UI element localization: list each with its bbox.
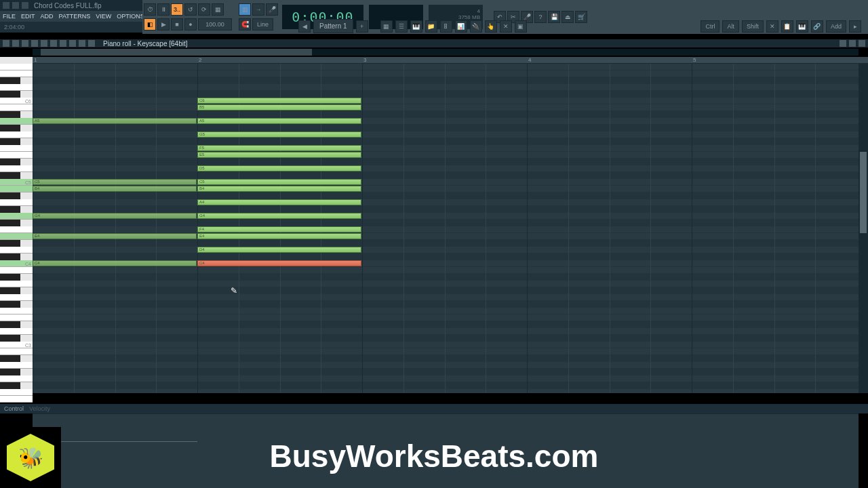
vertical-scrollbar-thumb[interactable] [860,152,867,233]
snap-value[interactable]: Line [252,18,273,30]
piano-key[interactable] [0,220,20,226]
menu-view[interactable]: VIEW [96,13,111,20]
pr-tool-zoom-icon[interactable] [69,40,76,47]
info-icon[interactable]: ? [534,11,547,23]
typing-close-icon[interactable]: ✕ [766,20,778,33]
piano-key[interactable] [0,348,33,355]
snap-alt[interactable]: Alt [722,20,739,33]
pattern-selector[interactable]: Pattern 1 [313,19,353,33]
piano-key[interactable] [0,118,33,125]
piano-key[interactable] [0,64,33,70]
midi-note[interactable]: C6 [197,98,361,104]
piano-key[interactable] [0,145,33,152]
pr-close-icon[interactable] [859,40,865,47]
midi-note[interactable]: B4 [33,186,197,192]
piano-key[interactable] [0,138,20,145]
piano-key[interactable]: C6 [0,98,33,104]
pattern-mode-button[interactable]: ◧ [144,18,156,30]
plugin-button[interactable]: 🔌 [470,20,482,33]
midi-note[interactable]: F5 [197,145,361,151]
midi-note[interactable]: G4 [33,213,197,219]
arrange-button[interactable]: ▣ [515,20,527,33]
piano-key[interactable] [0,77,20,84]
menu-edit[interactable]: EDIT [21,13,35,20]
piano-key[interactable] [0,281,33,287]
piano-key[interactable] [0,328,33,335]
horizontal-scrollbar[interactable] [33,49,859,56]
piano-key[interactable] [0,301,20,308]
piano-key[interactable] [0,355,20,362]
piano-key[interactable] [0,226,33,233]
piano-key[interactable] [0,213,33,220]
midi-note[interactable]: C5 [197,179,361,185]
menu-patterns[interactable]: PATTERNS [59,13,91,20]
metronome-icon[interactable]: ⏱ [144,3,156,16]
pr-maximize-icon[interactable] [849,40,856,47]
close-button[interactable] [22,2,28,9]
midi-note[interactable]: C4 [33,260,197,266]
menu-options[interactable]: OPTIONS [117,13,144,20]
midi-note[interactable]: C5 [33,179,197,185]
piano-key[interactable] [0,172,20,179]
pr-tool-mute-icon[interactable] [41,40,47,47]
velocity-label[interactable]: Velocity [29,405,50,412]
menu-file[interactable]: FILE [3,13,16,20]
typing-paste-icon[interactable]: 📋 [781,20,793,33]
piano-key[interactable] [0,192,20,199]
piano-key[interactable] [0,186,33,192]
close-windows-button[interactable]: ✕ [500,20,512,33]
midi-note[interactable]: A5 [197,118,361,124]
sysmenu-icon[interactable] [3,2,9,9]
piano-key[interactable] [0,111,20,118]
pianoroll-button[interactable]: 🎹 [410,20,422,33]
piano-key[interactable] [0,287,20,294]
wait-icon[interactable]: ⏸ [157,3,170,16]
midi-note[interactable]: B5 [197,104,361,110]
piano-key[interactable] [0,314,33,321]
piano-key[interactable] [0,321,20,328]
pr-tool-play-icon[interactable] [79,40,85,47]
midi-note[interactable]: G5 [197,131,361,138]
horizontal-scrollbar-thumb[interactable] [41,49,312,56]
piano-key[interactable] [0,375,33,382]
piano-key[interactable]: C4 [0,260,33,267]
playlist-button[interactable]: ▦ [380,20,393,33]
piano-key[interactable] [0,389,33,396]
step-icon[interactable]: ▦ [212,3,224,16]
typing-next-icon[interactable]: ▸ [849,20,861,33]
piano-key[interactable] [0,152,33,159]
control-label[interactable]: Control [4,405,24,412]
midi-note[interactable]: A5 [33,118,197,124]
midi-note[interactable]: E4 [197,233,361,239]
piano-key[interactable] [0,104,33,111]
countdown-icon[interactable]: 3.. [171,3,183,16]
overdub-icon[interactable]: ↺ [184,3,197,16]
piano-key[interactable] [0,294,33,301]
midi-note[interactable]: F4 [197,226,361,232]
loop-icon[interactable]: ⟳ [198,3,210,16]
midi-note[interactable]: E5 [197,152,361,158]
pr-tool-erase-icon[interactable] [31,40,38,47]
render-icon[interactable]: ⏏ [561,11,574,23]
midi-note[interactable]: E4 [33,233,197,239]
piano-key[interactable] [0,308,33,314]
midi-note[interactable]: B4 [197,186,361,192]
piano-key[interactable] [0,267,33,274]
piano-key[interactable] [0,199,33,206]
snap-icon[interactable]: 🧲 [239,18,251,30]
pr-tool-slice-icon[interactable] [50,40,57,47]
midi-note[interactable]: D4 [197,247,361,253]
tempo-tap-button[interactable]: 👆 [485,20,497,33]
pr-minimize-icon[interactable] [840,40,846,47]
piano-key[interactable] [0,125,20,131]
piano-key[interactable] [0,131,33,138]
snap-shift[interactable]: Shift [742,20,764,33]
vertical-scrollbar[interactable] [859,57,868,393]
minimize-button[interactable] [12,2,19,9]
browser-button[interactable]: 📁 [425,20,437,33]
pr-tool-paint-icon[interactable] [22,40,28,47]
menu-add[interactable]: ADD [41,13,54,20]
pattern-prev-button[interactable]: ◀ [298,20,311,33]
time-ruler[interactable]: 12345 [33,57,868,64]
note-grid[interactable]: 12345 C4E4G4B4C5A5C4D4E4F4G4A4B4C5D5E5F5… [33,57,868,393]
